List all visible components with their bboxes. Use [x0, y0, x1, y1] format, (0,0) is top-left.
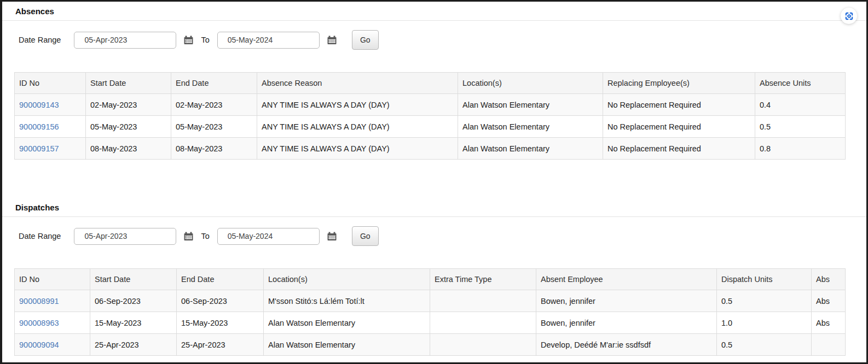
table-cell: 02-May-2023	[86, 94, 171, 116]
table-cell: 08-May-2023	[171, 138, 257, 160]
record-id-link[interactable]: 900009157	[19, 144, 59, 153]
table-cell	[430, 312, 536, 334]
to-label: To	[201, 232, 209, 240]
column-header: Start Date	[86, 73, 171, 94]
table-cell: 0.4	[755, 94, 846, 116]
table-cell: ANY TIME IS ALWAYS A DAY (DAY)	[257, 116, 458, 138]
table-cell: Develop, Deédé M'ar:ie ssdfsdf	[536, 334, 717, 356]
record-id-link[interactable]: 900008991	[19, 297, 59, 306]
table-row: 90000896315-May-202315-May-2023Alan Wats…	[15, 312, 846, 334]
column-header: Extra Time Type	[430, 269, 536, 290]
table-cell: 0.5	[717, 290, 812, 312]
column-header: Location(s)	[264, 269, 430, 290]
table-cell: 25-Apr-2023	[90, 334, 177, 356]
date-from-input[interactable]	[74, 228, 176, 245]
id-cell: 900009157	[15, 138, 86, 160]
table-row: 90000909425-Apr-202325-Apr-2023Alan Wats…	[15, 334, 846, 356]
table-cell	[430, 290, 536, 312]
section-absences: Absences Date Range	[2, 2, 866, 160]
table-cell: Alan Watson Elementary	[458, 116, 603, 138]
id-cell: 900009143	[15, 94, 86, 116]
scan-focus-icon	[844, 11, 854, 21]
date-range-filter: Date Range	[19, 226, 866, 246]
calendar-icon[interactable]	[327, 36, 337, 45]
to-label: To	[201, 36, 209, 44]
column-header: Replacing Employee(s)	[603, 73, 755, 94]
calendar-icon[interactable]	[327, 232, 337, 241]
table-row: 90000915708-May-202308-May-2023ANY TIME …	[15, 138, 846, 160]
table-cell: Alan Watson Elementary	[458, 94, 603, 116]
record-id-link[interactable]: 900009143	[19, 101, 59, 109]
table-cell: 02-May-2023	[171, 94, 257, 116]
id-cell: 900008963	[15, 312, 90, 334]
column-header: Absence Reason	[257, 73, 458, 94]
date-range-label: Date Range	[19, 36, 61, 44]
table-cell: No Replacement Required	[603, 138, 755, 160]
go-button[interactable]: Go	[352, 226, 379, 246]
table-cell: No Replacement Required	[603, 116, 755, 138]
table-cell	[812, 334, 846, 356]
table-cell	[430, 334, 536, 356]
record-id-link[interactable]: 900009156	[19, 122, 59, 131]
column-header: Abs	[812, 269, 846, 290]
record-id-link[interactable]: 900008963	[19, 319, 59, 327]
go-button[interactable]: Go	[352, 30, 379, 50]
id-cell: 900008991	[15, 290, 90, 312]
id-cell: 900009156	[15, 116, 86, 138]
column-header: End Date	[171, 73, 257, 94]
table-cell: 0.5	[755, 116, 846, 138]
table-cell: 06-Sep-2023	[90, 290, 177, 312]
table-cell: 05-May-2023	[86, 116, 171, 138]
table-cell: Alan Watson Elementary	[458, 138, 603, 160]
table-cell: ANY TIME IS ALWAYS A DAY (DAY)	[257, 94, 458, 116]
table-header-row: ID NoStart DateEnd DateLocation(s)Extra …	[15, 269, 846, 290]
table-cell: Alan Watson Elementary	[264, 334, 430, 356]
table-cell: Bowen, jennifer	[536, 290, 717, 312]
table-row: 90000915605-May-202305-May-2023ANY TIME …	[15, 116, 846, 138]
table-cell: 0.8	[755, 138, 846, 160]
table-cell: Abs	[812, 312, 846, 334]
date-to-input[interactable]	[217, 32, 320, 49]
column-header: End Date	[177, 269, 264, 290]
content: Absences Date Range	[2, 2, 866, 356]
table-cell: Abs	[812, 290, 846, 312]
page: { "window": { "fullscreen_icon": "scan-f…	[0, 0, 868, 364]
table-cell: Bowen, jennifer	[536, 312, 717, 334]
table-cell: 1.0	[717, 312, 812, 334]
table-cell: 06-Sep-2023	[177, 290, 264, 312]
table-cell: M'sson Stitó:s Lá:lém Totí:lt	[264, 290, 430, 312]
data-table: ID NoStart DateEnd DateLocation(s)Extra …	[14, 268, 846, 356]
table-cell: 0.5	[717, 334, 812, 356]
table-cell: 15-May-2023	[177, 312, 264, 334]
date-range-label: Date Range	[19, 232, 61, 240]
table-cell: ANY TIME IS ALWAYS A DAY (DAY)	[257, 138, 458, 160]
calendar-icon[interactable]	[184, 36, 193, 45]
table-cell: 05-May-2023	[171, 116, 257, 138]
table-cell: 15-May-2023	[90, 312, 177, 334]
table-cell: 25-Apr-2023	[177, 334, 264, 356]
table-cell: No Replacement Required	[603, 94, 755, 116]
table-cell: 08-May-2023	[86, 138, 171, 160]
table-header-row: ID NoStart DateEnd DateAbsence ReasonLoc…	[15, 73, 846, 94]
column-header: Dispatch Units	[717, 269, 812, 290]
column-header: ID No	[15, 73, 86, 94]
section-dispatches: Dispatches Date Range	[2, 198, 866, 356]
table-row: 90000914302-May-202302-May-2023ANY TIME …	[15, 94, 846, 116]
id-cell: 900009094	[15, 334, 90, 356]
scan-focus-button[interactable]	[841, 8, 857, 24]
date-range-filter: Date Range	[19, 30, 866, 50]
section-title: Dispatches	[2, 198, 866, 217]
column-header: ID No	[15, 269, 90, 290]
section-title: Absences	[2, 2, 866, 21]
column-header: Location(s)	[458, 73, 603, 94]
column-header: Absent Employee	[536, 269, 717, 290]
table-cell: Alan Watson Elementary	[264, 312, 430, 334]
column-header: Absence Units	[755, 73, 846, 94]
record-id-link[interactable]: 900009094	[19, 340, 59, 349]
date-from-input[interactable]	[74, 32, 176, 49]
date-to-input[interactable]	[217, 228, 320, 245]
table-row: 90000899106-Sep-202306-Sep-2023M'sson St…	[15, 290, 846, 312]
calendar-icon[interactable]	[184, 232, 193, 241]
data-table: ID NoStart DateEnd DateAbsence ReasonLoc…	[14, 72, 846, 160]
column-header: Start Date	[90, 269, 177, 290]
